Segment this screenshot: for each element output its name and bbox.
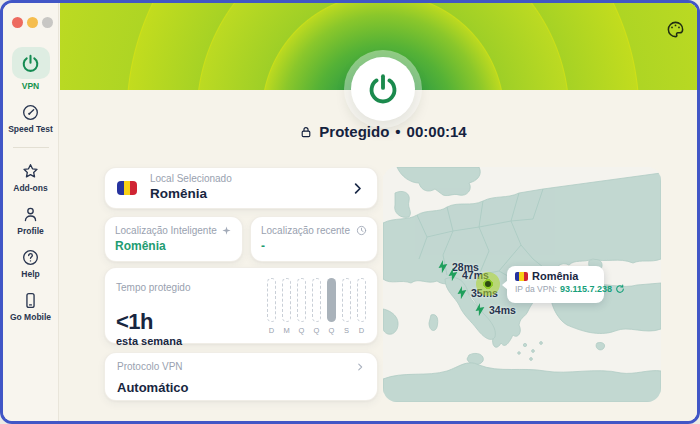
- session-timer: 00:00:14: [407, 123, 467, 140]
- bar-day-label: D: [359, 326, 364, 335]
- lightning-icon: [473, 302, 487, 317]
- status-label: Protegido: [319, 123, 389, 140]
- chevron-right-small-icon: [355, 362, 365, 372]
- chevron-right-icon: [350, 181, 365, 196]
- europe-map: 28ms 47ms 35ms 34ms Romênia: [383, 167, 661, 402]
- bar-filled: [327, 278, 336, 322]
- bar-column: D: [354, 278, 369, 335]
- clock-icon: [356, 225, 367, 236]
- sidebar-item-label: Speed Test: [8, 124, 53, 134]
- person-icon: [20, 204, 40, 224]
- bar-column: Q: [324, 278, 339, 335]
- star-icon: [21, 161, 41, 181]
- tooltip-country: Romênia: [532, 270, 578, 282]
- speedometer-icon: [21, 102, 41, 122]
- connection-status: Protegido • 00:00:14: [213, 123, 553, 140]
- sidebar-item-label: Go Mobile: [10, 312, 51, 322]
- protocol-label: Protocolo VPN: [117, 361, 183, 372]
- protected-time-card: Tempo protegido <1h esta semana DMQQQSD: [104, 267, 378, 344]
- bar-empty: [342, 278, 351, 322]
- bar-empty: [267, 278, 276, 322]
- sidebar-item-speed-test[interactable]: Speed Test: [8, 102, 53, 134]
- protected-time-subtitle: esta semana: [116, 335, 366, 347]
- connect-power-button[interactable]: [351, 57, 415, 121]
- sidebar-item-label: Help: [21, 269, 39, 279]
- bar-column: Q: [309, 278, 324, 335]
- app-window: VPN Speed Test Add-ons Profile: [0, 0, 700, 424]
- selected-location-value: Romênia: [150, 186, 232, 203]
- zoom-button[interactable]: [42, 17, 53, 28]
- phone-icon: [21, 290, 41, 310]
- refresh-ip-icon[interactable]: [615, 284, 625, 294]
- ping-latency: 34ms: [489, 304, 516, 316]
- sidebar-divider: [13, 147, 49, 148]
- romania-flag-icon: [515, 272, 528, 281]
- bar-column: S: [339, 278, 354, 335]
- power-icon: [367, 73, 399, 105]
- bar-empty: [312, 278, 321, 322]
- bar-day-label: D: [269, 326, 274, 335]
- weekly-bars: DMQQQSD: [264, 278, 369, 335]
- question-icon: [21, 247, 41, 267]
- bar-day-label: Q: [329, 326, 335, 335]
- ping-marker: 34ms: [474, 303, 516, 316]
- recent-location-card[interactable]: Localização recente -: [250, 216, 378, 262]
- bar-empty: [297, 278, 306, 322]
- lightning-icon: [446, 267, 460, 282]
- lightning-icon: [455, 285, 469, 300]
- bar-empty: [357, 278, 366, 322]
- selected-location-label: Local Selecionado: [150, 173, 232, 186]
- connected-location-marker: [476, 272, 500, 296]
- smart-location-value: Romênia: [115, 239, 232, 253]
- sidebar-item-add-ons[interactable]: Add-ons: [13, 161, 47, 193]
- sidebar-nav: VPN Speed Test Add-ons Profile: [3, 47, 58, 333]
- close-button[interactable]: [12, 17, 23, 28]
- sparkle-icon: [221, 225, 232, 236]
- lock-icon: [299, 125, 313, 139]
- vpn-ip-label: IP da VPN:: [515, 284, 557, 294]
- bar-column: D: [264, 278, 279, 335]
- window-controls: [3, 3, 58, 28]
- recent-location-value: -: [261, 239, 367, 253]
- vpn-protocol-card[interactable]: Protocolo VPN Automático: [104, 352, 378, 401]
- sidebar-item-vpn[interactable]: VPN: [12, 47, 50, 91]
- bar-day-label: S: [344, 326, 349, 335]
- bar-column: Q: [294, 278, 309, 335]
- protected-time-label: Tempo protegido: [116, 282, 191, 293]
- theme-button[interactable]: [664, 18, 686, 40]
- bar-day-label: Q: [314, 326, 320, 335]
- protocol-value: Automático: [117, 380, 365, 395]
- minimize-button[interactable]: [27, 17, 38, 28]
- sidebar-item-go-mobile[interactable]: Go Mobile: [10, 290, 51, 322]
- sidebar-item-help[interactable]: Help: [21, 247, 41, 279]
- connection-tooltip: Romênia IP da VPN: 93.115.7.238: [507, 266, 604, 303]
- recent-location-label: Localização recente: [261, 225, 350, 236]
- bar-column: M: [279, 278, 294, 335]
- vpn-ip-value: 93.115.7.238: [560, 284, 612, 294]
- palette-icon: [666, 20, 685, 39]
- status-separator: •: [395, 123, 400, 140]
- bar-empty: [282, 278, 291, 322]
- sidebar-item-label: Add-ons: [13, 183, 47, 193]
- sidebar: VPN Speed Test Add-ons Profile: [3, 3, 59, 421]
- vpn-tile: [12, 47, 50, 79]
- selected-location-card[interactable]: Local Selecionado Romênia: [104, 167, 378, 209]
- bar-day-label: Q: [299, 326, 305, 335]
- power-icon: [21, 53, 41, 73]
- sidebar-item-profile[interactable]: Profile: [17, 204, 43, 236]
- sidebar-item-label: Profile: [17, 226, 43, 236]
- romania-flag-icon: [117, 181, 137, 195]
- smart-location-label: Localização Inteligente: [115, 225, 217, 236]
- sidebar-item-label: VPN: [22, 81, 39, 91]
- smart-location-card[interactable]: Localização Inteligente Romênia: [104, 216, 243, 262]
- main-area: Protegido • 00:00:14 Local Selecionado R…: [60, 3, 697, 421]
- bar-day-label: M: [283, 326, 289, 335]
